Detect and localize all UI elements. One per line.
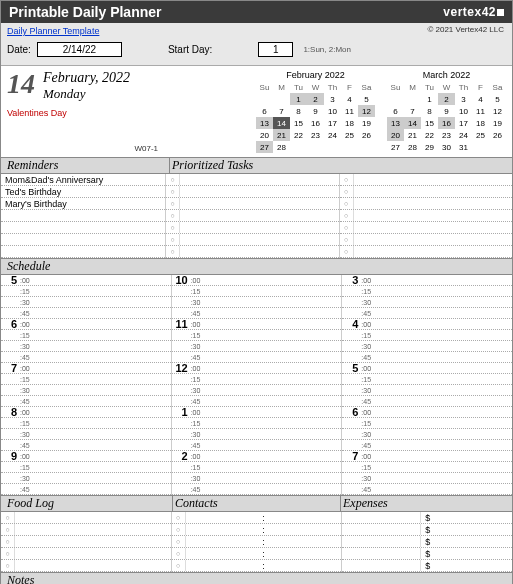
cal-day[interactable]: 26 <box>489 129 506 141</box>
cal-day[interactable]: 23 <box>307 129 324 141</box>
cal-day[interactable]: 17 <box>324 117 341 129</box>
expense-line[interactable]: $ <box>342 524 512 536</box>
cal-day[interactable]: 13 <box>387 117 404 129</box>
cal-day[interactable]: 12 <box>489 105 506 117</box>
schedule-row[interactable]: :45 <box>342 440 512 451</box>
cal-day[interactable]: 6 <box>387 105 404 117</box>
cal-day[interactable]: 31 <box>455 141 472 153</box>
schedule-row[interactable]: :30 <box>342 473 512 484</box>
schedule-row[interactable]: 6:00 <box>1 319 171 330</box>
schedule-row[interactable]: :30 <box>342 429 512 440</box>
schedule-row[interactable]: 9:00 <box>1 451 171 462</box>
cal-day[interactable]: 2 <box>438 93 455 105</box>
schedule-row[interactable]: 5:00 <box>342 363 512 374</box>
cal-day[interactable]: 19 <box>489 117 506 129</box>
cal-day[interactable]: 22 <box>290 129 307 141</box>
contact-line[interactable]: ○: <box>172 536 342 548</box>
schedule-row[interactable]: :15 <box>172 330 342 341</box>
schedule-row[interactable]: :15 <box>172 418 342 429</box>
cal-day[interactable]: 30 <box>438 141 455 153</box>
reminder-line[interactable]: Mom&Dad's Anniversary <box>1 174 165 186</box>
schedule-row[interactable]: :45 <box>342 352 512 363</box>
schedule-row[interactable]: :45 <box>1 396 171 407</box>
cal-day[interactable]: 7 <box>404 105 421 117</box>
startday-input[interactable] <box>258 42 293 57</box>
foodlog-line[interactable]: ○ <box>1 560 171 572</box>
cal-day[interactable] <box>387 93 404 105</box>
schedule-row[interactable]: 11:00 <box>172 319 342 330</box>
cal-day[interactable]: 25 <box>472 129 489 141</box>
contact-line[interactable]: ○: <box>172 512 342 524</box>
expense-line[interactable]: $ <box>342 512 512 524</box>
schedule-row[interactable]: :15 <box>1 462 171 473</box>
cal-day[interactable]: 13 <box>256 117 273 129</box>
schedule-row[interactable]: :15 <box>342 418 512 429</box>
cal-day[interactable]: 20 <box>256 129 273 141</box>
schedule-row[interactable]: 1:00 <box>172 407 342 418</box>
expense-line[interactable]: $ <box>342 548 512 560</box>
cal-day[interactable]: 27 <box>256 141 273 153</box>
schedule-row[interactable]: :45 <box>172 484 342 495</box>
cal-day[interactable]: 16 <box>307 117 324 129</box>
date-input[interactable] <box>37 42 122 57</box>
cal-day[interactable]: 2 <box>307 93 324 105</box>
schedule-row[interactable]: :15 <box>342 330 512 341</box>
schedule-row[interactable]: 8:00 <box>1 407 171 418</box>
cal-day[interactable] <box>472 141 489 153</box>
schedule-row[interactable]: :15 <box>1 374 171 385</box>
cal-day[interactable]: 5 <box>358 93 375 105</box>
cal-day[interactable] <box>341 141 358 153</box>
schedule-row[interactable]: :30 <box>172 473 342 484</box>
reminder-line[interactable]: Ted's Birthday <box>1 186 165 198</box>
schedule-row[interactable]: :15 <box>342 374 512 385</box>
schedule-row[interactable]: :30 <box>1 429 171 440</box>
schedule-row[interactable]: :30 <box>342 297 512 308</box>
schedule-row[interactable]: 7:00 <box>1 363 171 374</box>
cal-day[interactable]: 24 <box>455 129 472 141</box>
schedule-row[interactable]: :45 <box>172 308 342 319</box>
schedule-row[interactable]: 12:00 <box>172 363 342 374</box>
task-line[interactable]: ○ <box>340 234 513 246</box>
schedule-row[interactable]: :30 <box>1 385 171 396</box>
task-line[interactable]: ○ <box>166 246 339 258</box>
cal-day[interactable]: 5 <box>489 93 506 105</box>
cal-day[interactable]: 9 <box>307 105 324 117</box>
cal-day[interactable] <box>290 141 307 153</box>
schedule-row[interactable]: :30 <box>172 341 342 352</box>
schedule-row[interactable]: :15 <box>342 462 512 473</box>
cal-day[interactable]: 27 <box>387 141 404 153</box>
reminder-line[interactable]: Mary's Birthday <box>1 198 165 210</box>
schedule-row[interactable]: :45 <box>172 440 342 451</box>
schedule-row[interactable]: :30 <box>172 297 342 308</box>
cal-day[interactable]: 11 <box>472 105 489 117</box>
reminder-line[interactable] <box>1 234 165 246</box>
cal-day[interactable]: 3 <box>324 93 341 105</box>
cal-day[interactable]: 1 <box>421 93 438 105</box>
task-line[interactable]: ○ <box>340 246 513 258</box>
cal-day[interactable]: 14 <box>404 117 421 129</box>
schedule-row[interactable]: :15 <box>172 462 342 473</box>
schedule-row[interactable]: :45 <box>1 440 171 451</box>
schedule-row[interactable]: :45 <box>172 352 342 363</box>
schedule-row[interactable]: :15 <box>172 286 342 297</box>
schedule-row[interactable]: :45 <box>172 396 342 407</box>
cal-day[interactable]: 24 <box>324 129 341 141</box>
schedule-row[interactable]: :45 <box>342 308 512 319</box>
schedule-row[interactable]: :45 <box>342 484 512 495</box>
template-link[interactable]: Daily Planner Template <box>7 26 99 36</box>
schedule-row[interactable]: :30 <box>342 341 512 352</box>
schedule-row[interactable]: :45 <box>342 396 512 407</box>
reminder-line[interactable] <box>1 210 165 222</box>
schedule-row[interactable]: :15 <box>1 286 171 297</box>
schedule-row[interactable]: :30 <box>172 385 342 396</box>
foodlog-line[interactable]: ○ <box>1 524 171 536</box>
cal-day[interactable]: 26 <box>358 129 375 141</box>
task-line[interactable]: ○ <box>166 234 339 246</box>
schedule-row[interactable]: :30 <box>172 429 342 440</box>
schedule-row[interactable]: :15 <box>172 374 342 385</box>
cal-day[interactable]: 18 <box>472 117 489 129</box>
reminder-line[interactable] <box>1 222 165 234</box>
cal-day[interactable]: 23 <box>438 129 455 141</box>
cal-day[interactable]: 7 <box>273 105 290 117</box>
contact-line[interactable]: ○: <box>172 524 342 536</box>
